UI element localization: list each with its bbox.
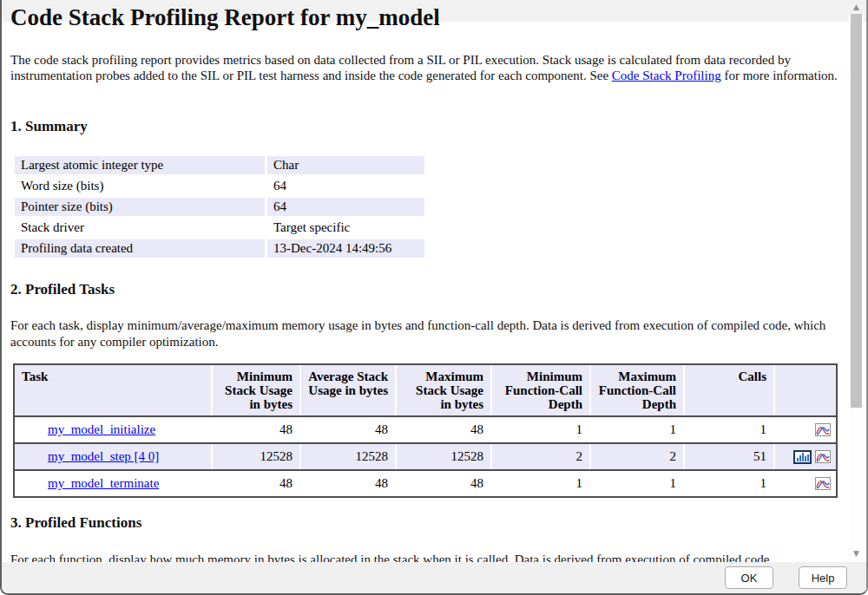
min-stack-cell: 48 — [211, 417, 299, 442]
summary-value: 13-Dec-2024 14:49:56 — [267, 239, 424, 258]
task-link[interactable]: my_model_step [4 0] — [48, 449, 159, 464]
avg-stack-cell: 48 — [299, 471, 395, 496]
max-depth-cell: 1 — [589, 417, 683, 442]
code-stack-profiling-link[interactable]: Code Stack Profiling — [612, 69, 721, 82]
min-depth-cell: 2 — [490, 444, 589, 469]
max-depth-cell: 1 — [589, 471, 683, 496]
intro-text-after: for more information. — [721, 69, 838, 82]
calls-cell: 1 — [683, 417, 773, 442]
task-name-cell: my_model_terminate — [15, 471, 211, 496]
summary-row: Word size (bits) 64 — [15, 177, 424, 195]
summary-label: Stack driver — [15, 219, 265, 237]
summary-value: Target specific — [267, 219, 424, 237]
max-stack-cell: 48 — [395, 471, 490, 496]
summary-heading: 1. Summary — [10, 118, 88, 135]
min-stack-cell: 48 — [211, 471, 299, 496]
avg-stack-cell: 48 — [299, 417, 395, 442]
scroll-down-arrow-icon[interactable]: ▼ — [849, 546, 864, 560]
summary-row: Profiling data created 13-Dec-2024 14:49… — [15, 239, 424, 258]
table-row-my-model-terminate: my_model_terminate 48 48 48 1 1 1 — [15, 469, 836, 496]
help-button[interactable]: Help — [799, 566, 847, 589]
summary-label: Pointer size (bits) — [15, 198, 265, 216]
summary-value: 64 — [267, 198, 424, 216]
summary-label: Word size (bits) — [15, 177, 265, 195]
functions-heading: 3. Profiled Functions — [10, 514, 141, 532]
summary-label: Largest atomic integer type — [15, 156, 265, 174]
summary-value: Char — [267, 156, 424, 174]
summary-table: Largest atomic integer type Char Word si… — [15, 156, 424, 260]
scroll-up-arrow-icon[interactable]: ▲ — [849, 0, 864, 14]
vertical-scrollbar[interactable]: ▲ ▼ — [849, 0, 864, 564]
report-dialog-window: Code Stack Profiling Report for my_model… — [0, 0, 868, 595]
ok-button[interactable]: OK — [725, 566, 773, 589]
column-header-max-depth: Maximum Function-Call Depth — [589, 365, 683, 415]
tasks-table-header-row: Task Minimum Stack Usage in bytes Averag… — [15, 365, 836, 415]
task-link[interactable]: my_model_terminate — [48, 476, 159, 491]
summary-label: Profiling data created — [15, 239, 265, 258]
task-link[interactable]: my_model_initialize — [48, 422, 155, 437]
task-name-cell: my_model_initialize — [15, 417, 211, 442]
calls-cell: 51 — [683, 444, 773, 469]
task-name-cell: my_model_step [4 0] — [15, 444, 211, 469]
dialog-footer: OK Help — [2, 562, 866, 593]
column-header-task: Task — [15, 365, 211, 415]
line-chart-icon[interactable] — [815, 423, 831, 436]
max-stack-cell: 48 — [395, 417, 490, 442]
intro-paragraph: The code stack profiling report provides… — [10, 52, 842, 83]
line-chart-icon[interactable] — [815, 450, 831, 463]
column-header-avg-stack: Average Stack Usage in bytes — [299, 365, 395, 415]
tasks-table: Task Minimum Stack Usage in bytes Averag… — [13, 363, 838, 498]
table-row-my-model-initialize: my_model_initialize 48 48 48 1 1 1 — [15, 415, 836, 442]
chart-icons-cell — [773, 417, 836, 442]
min-depth-cell: 1 — [490, 471, 589, 496]
column-header-calls: Calls — [683, 365, 773, 415]
chart-icons-cell — [773, 471, 836, 496]
calls-cell: 1 — [683, 471, 773, 496]
min-depth-cell: 1 — [490, 417, 589, 442]
bar-chart-icon[interactable] — [793, 450, 812, 464]
page-title: Code Stack Profiling Report for my_model — [10, 4, 440, 31]
chart-icons-cell — [773, 444, 836, 469]
table-row-my-model-step: my_model_step [4 0] 12528 12528 12528 2 … — [15, 442, 836, 469]
column-header-min-depth: Minimum Function-Call Depth — [490, 365, 589, 415]
avg-stack-cell: 12528 — [299, 444, 395, 469]
column-header-charts — [773, 365, 836, 415]
column-header-max-stack: Maximum Stack Usage in bytes — [395, 365, 490, 415]
tasks-heading: 2. Profiled Tasks — [10, 281, 115, 298]
min-stack-cell: 12528 — [211, 444, 299, 469]
summary-row: Pointer size (bits) 64 — [15, 198, 424, 216]
max-depth-cell: 2 — [589, 444, 683, 469]
column-header-min-stack: Minimum Stack Usage in bytes — [211, 365, 299, 415]
summary-value: 64 — [267, 177, 424, 195]
summary-row: Largest atomic integer type Char — [15, 156, 424, 174]
tasks-description: For each task, display minimum/average/m… — [10, 317, 842, 350]
scrollbar-thumb[interactable] — [851, 14, 862, 408]
line-chart-icon[interactable] — [815, 477, 831, 490]
max-stack-cell: 12528 — [395, 444, 490, 469]
summary-row: Stack driver Target specific — [15, 219, 424, 237]
